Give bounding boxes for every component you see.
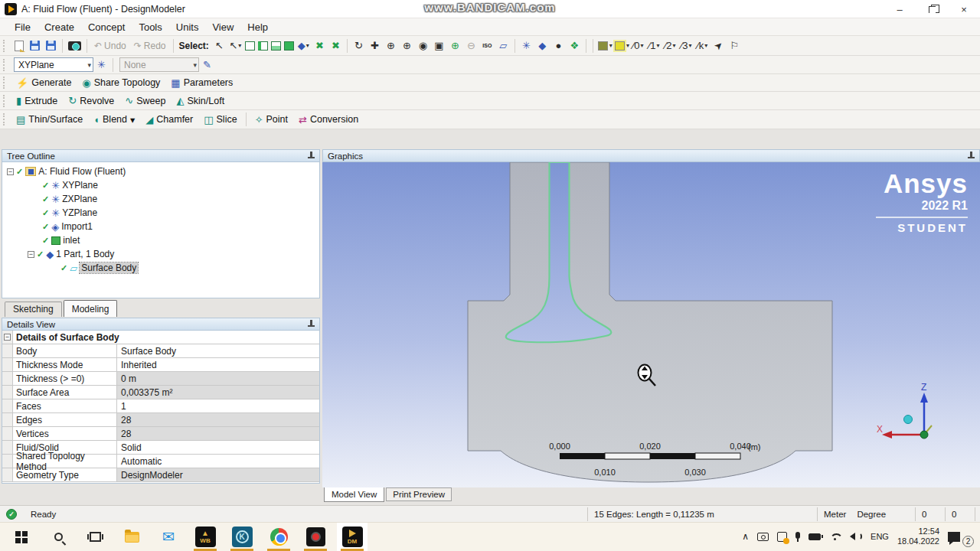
screen-share-icon[interactable] <box>757 533 769 541</box>
close-button[interactable]: × <box>948 0 980 18</box>
menu-tools[interactable]: Tools <box>132 20 168 34</box>
file-explorer-button[interactable] <box>116 523 147 551</box>
toolbar-grip[interactable] <box>3 113 7 126</box>
zoom-fit-button[interactable]: ⊕ <box>447 38 463 54</box>
tab-modeling[interactable]: Modeling <box>64 300 118 317</box>
task-view-button[interactable] <box>80 523 110 551</box>
new-sketch-button[interactable] <box>11 38 27 54</box>
screenshot-button[interactable] <box>66 38 83 54</box>
box-zoom-button[interactable]: ▣ <box>431 38 447 54</box>
vertex-display-button[interactable]: ● <box>550 38 567 54</box>
workbench-app-button[interactable]: ▲WB <box>190 523 220 551</box>
skin-loft-button[interactable]: ◭ Skin/Loft <box>171 95 230 106</box>
plane-axis-button[interactable]: ✳ <box>518 38 534 54</box>
collapse-icon[interactable]: − <box>7 168 14 175</box>
save-all-button[interactable] <box>43 38 59 54</box>
battery-icon[interactable] <box>808 533 821 540</box>
revolve-button[interactable]: ↻ Revolve <box>63 95 119 106</box>
extend-selection-button[interactable]: ✖ <box>312 38 328 54</box>
redo-button[interactable]: ↷ Redo <box>130 41 170 51</box>
share-topology-button[interactable]: ◉ Share Topology <box>77 77 165 89</box>
tree-item-import1[interactable]: ✓ ◈ Import1 <box>2 220 319 233</box>
sketch-combo[interactable]: None ▾ <box>119 57 199 72</box>
notification-dot-icon[interactable] <box>777 532 787 542</box>
shaded-body-button[interactable]: ◆ <box>534 38 550 54</box>
tree-item-yzplane[interactable]: ✓ ✳ YZPlane <box>2 206 319 220</box>
table-row[interactable]: Surface Area 0,003375 m² <box>2 386 319 399</box>
table-row[interactable]: Shared Topology Method Automatic <box>2 455 319 468</box>
table-row[interactable]: Thickness Mode Inherited <box>2 358 319 372</box>
point-button[interactable]: ✧ Point <box>250 114 293 126</box>
table-row[interactable]: Edges 28 <box>2 413 319 427</box>
action-center-icon[interactable] <box>948 532 960 542</box>
tray-expand-chevron[interactable]: ∧ <box>742 531 749 542</box>
select-mode-button[interactable]: ↖▾ <box>227 38 243 54</box>
table-row[interactable]: Faces 1 <box>2 399 319 413</box>
recorder-app-button[interactable] <box>300 523 331 551</box>
details-group-row[interactable]: − Details of Surface Body <box>2 331 319 344</box>
mail-button[interactable]: ✉ <box>153 523 184 551</box>
parameters-button[interactable]: ▦ Parameters <box>165 77 238 89</box>
generate-button[interactable]: ⚡ Generate <box>11 77 77 89</box>
zoom-select-button[interactable]: ◉ <box>415 38 431 54</box>
pin-icon[interactable] <box>308 152 315 160</box>
undo-button[interactable]: ↶ Undo <box>90 41 130 51</box>
look-at-button[interactable]: ▱ <box>495 38 511 54</box>
search-button[interactable] <box>43 523 74 551</box>
tab-print-preview[interactable]: Print Preview <box>386 487 452 501</box>
edge-joint-0-button[interactable]: ∕0▾ <box>630 38 646 54</box>
edge-joint-k-button[interactable]: ∕k▾ <box>694 38 710 54</box>
edge-joint-3-button[interactable]: ∕3▾ <box>678 38 694 54</box>
pan-button[interactable]: ✚ <box>367 38 383 54</box>
filter-body-button[interactable] <box>284 41 294 51</box>
graphics-viewport[interactable]: 0,000 0,020 0,040 (m) 0,010 0,030 X Z <box>322 162 980 487</box>
plane-combo[interactable]: XYPlane ▾ <box>14 57 93 72</box>
tree-item-xyplane[interactable]: ✓ ✳ XYPlane <box>2 178 319 192</box>
extend-limits-button[interactable]: ✖ <box>328 38 344 54</box>
zoom-button[interactable]: ⊕ <box>383 38 399 54</box>
edge-color-button[interactable]: ▾ <box>613 38 630 54</box>
face-color-button[interactable]: ▾ <box>596 38 613 54</box>
collapse-icon[interactable]: − <box>4 334 11 341</box>
start-button[interactable] <box>6 523 37 551</box>
rotate-button[interactable]: ↻ <box>351 38 367 54</box>
minimize-button[interactable]: – <box>884 0 916 18</box>
select-cursor-button[interactable]: ↖ <box>211 38 227 54</box>
pin-icon[interactable] <box>308 320 315 328</box>
thin-surface-button[interactable]: ▤ Thin/Surface <box>11 114 88 126</box>
filter-edge-button[interactable] <box>258 41 268 51</box>
menu-file[interactable]: File <box>8 20 38 34</box>
menu-help[interactable]: Help <box>240 20 275 34</box>
pin-icon[interactable] <box>968 152 975 160</box>
toolbar-grip[interactable] <box>3 59 7 71</box>
blend-button[interactable]: ◖ Blend ▾ <box>88 114 140 126</box>
menu-view[interactable]: View <box>205 20 240 34</box>
tab-sketching[interactable]: Sketching <box>5 302 62 317</box>
menu-concept[interactable]: Concept <box>81 20 132 34</box>
tree-item-fluid-flow[interactable]: − ✓ A: Fluid Flow (Fluent) <box>2 165 319 178</box>
vertex-flag-button[interactable]: ⚐ <box>727 38 743 54</box>
clock[interactable]: 12:54 18.04.2022 <box>897 527 939 546</box>
filter-face-button[interactable] <box>271 41 281 51</box>
designmodeler-app-button[interactable]: DM <box>337 523 368 551</box>
volume-icon[interactable] <box>850 533 862 540</box>
tree-item-inlet[interactable]: ✓ inlet <box>2 233 319 247</box>
edge-joint-1-button[interactable]: ∕1▾ <box>646 38 662 54</box>
edge-joint-2-button[interactable]: ∕2▾ <box>662 38 678 54</box>
chamfer-button[interactable]: ◢ Chamfer <box>140 114 198 126</box>
menu-create[interactable]: Create <box>38 20 81 34</box>
toolbar-grip[interactable] <box>3 77 7 89</box>
sweep-button[interactable]: ∿ Sweep <box>119 95 171 106</box>
tree-item-surface-body[interactable]: ✓ ▱ Surface Body <box>2 261 319 275</box>
generate-plane-button[interactable]: ✳ <box>93 57 109 73</box>
wifi-icon[interactable] <box>829 532 841 541</box>
k-app-button[interactable]: K <box>227 523 257 551</box>
menu-units[interactable]: Units <box>169 20 206 34</box>
conversion-button[interactable]: ⇄ Conversion <box>293 114 364 126</box>
table-row[interactable]: Vertices 28 <box>2 427 319 441</box>
chrome-button[interactable] <box>263 523 294 551</box>
save-button[interactable] <box>27 38 43 54</box>
zoom-prev-button[interactable]: ⊖ <box>463 38 479 54</box>
new-sketch-plane-button[interactable]: ✎ <box>199 57 215 73</box>
tree-item-part-body[interactable]: − ✓ ◆ 1 Part, 1 Body <box>2 247 319 261</box>
